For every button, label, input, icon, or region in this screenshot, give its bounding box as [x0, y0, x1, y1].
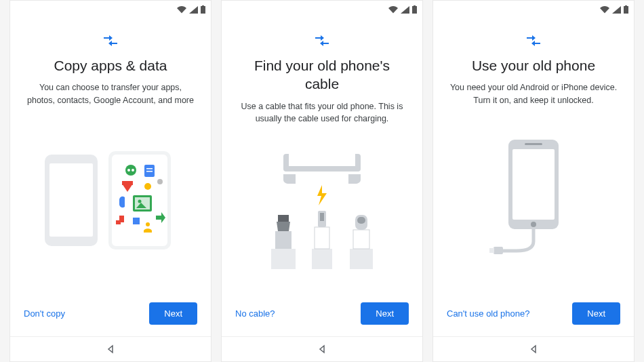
page-title: Copy apps & data: [54, 56, 167, 75]
illustration-cables: [238, 125, 406, 291]
content-area: Copy apps & data You can choose to trans…: [10, 16, 211, 291]
status-bar: [222, 1, 422, 16]
svg-point-13: [144, 183, 151, 190]
svg-point-16: [138, 200, 142, 203]
back-nav-icon[interactable]: [529, 344, 538, 354]
svg-rect-21: [414, 5, 416, 7]
wifi-icon: [177, 6, 186, 14]
no-cable-link[interactable]: No cable?: [235, 308, 275, 319]
page-subtitle: Use a cable that fits your old phone. Th…: [238, 100, 406, 126]
svg-rect-30: [350, 249, 373, 269]
svg-rect-0: [201, 6, 205, 14]
svg-rect-23: [289, 154, 355, 166]
svg-rect-31: [353, 230, 369, 249]
svg-rect-11: [146, 171, 153, 172]
next-button[interactable]: Next: [572, 302, 620, 325]
page-subtitle: You can choose to transfer your apps, ph…: [26, 81, 195, 107]
svg-rect-40: [494, 247, 503, 254]
page-title: Find your old phone's cable: [238, 56, 406, 94]
footer-bar: Can't use old phone? Next: [433, 291, 634, 337]
screen-copy-apps: Copy apps & data You can choose to trans…: [9, 0, 212, 362]
illustration-old-phone: [449, 107, 618, 291]
svg-point-6: [125, 165, 136, 176]
wifi-icon: [388, 6, 398, 14]
svg-rect-3: [49, 163, 93, 237]
status-bar: [433, 1, 634, 16]
svg-point-18: [146, 222, 150, 226]
svg-point-7: [127, 169, 130, 172]
screen-old-phone: Use your old phone You need your old And…: [432, 0, 635, 362]
footer-bar: Don't copy Next: [10, 291, 211, 337]
svg-rect-1: [202, 5, 204, 7]
svg-rect-38: [525, 143, 542, 145]
svg-rect-17: [133, 218, 140, 224]
svg-rect-24: [271, 249, 296, 269]
page-subtitle: You need your old Android or iPhone devi…: [449, 81, 618, 107]
svg-rect-29: [320, 213, 324, 221]
svg-rect-12: [122, 181, 133, 185]
svg-rect-10: [146, 168, 153, 169]
svg-rect-35: [625, 5, 627, 7]
signal-icon: [189, 6, 198, 14]
battery-icon: [201, 5, 205, 14]
transfer-arrows-icon: [525, 35, 542, 47]
transfer-arrows-icon: [314, 35, 330, 47]
back-nav-icon[interactable]: [317, 344, 327, 354]
battery-icon: [624, 5, 628, 14]
cant-use-phone-link[interactable]: Can't use old phone?: [447, 308, 529, 319]
svg-point-39: [531, 222, 536, 227]
nav-bar: [433, 337, 634, 361]
signal-icon: [612, 6, 621, 14]
back-nav-icon[interactable]: [106, 344, 115, 354]
nav-bar: [10, 337, 211, 361]
dont-copy-link[interactable]: Don't copy: [24, 308, 65, 319]
next-button[interactable]: Next: [361, 302, 409, 325]
svg-point-19: [157, 179, 163, 184]
status-bar: [10, 1, 211, 16]
svg-rect-20: [412, 6, 417, 14]
signal-icon: [401, 6, 409, 14]
content-area: Find your old phone's cable Use a cable …: [222, 16, 422, 291]
next-button[interactable]: Next: [149, 302, 197, 325]
battery-icon: [412, 5, 417, 14]
svg-rect-25: [275, 231, 291, 249]
svg-rect-41: [489, 248, 494, 253]
svg-rect-37: [512, 149, 555, 220]
page-title: Use your old phone: [472, 56, 595, 75]
content-area: Use your old phone You need your old And…: [433, 16, 634, 291]
svg-rect-33: [357, 217, 365, 224]
svg-rect-26: [312, 249, 332, 269]
svg-rect-27: [315, 227, 329, 249]
footer-bar: No cable? Next: [222, 291, 422, 337]
illustration-phones: [26, 107, 195, 291]
screen-find-cable: Find your old phone's cable Use a cable …: [221, 0, 423, 362]
transfer-arrows-icon: [102, 35, 119, 47]
nav-bar: [222, 337, 422, 361]
svg-rect-34: [624, 6, 628, 14]
svg-point-8: [132, 169, 134, 172]
wifi-icon: [600, 6, 609, 14]
